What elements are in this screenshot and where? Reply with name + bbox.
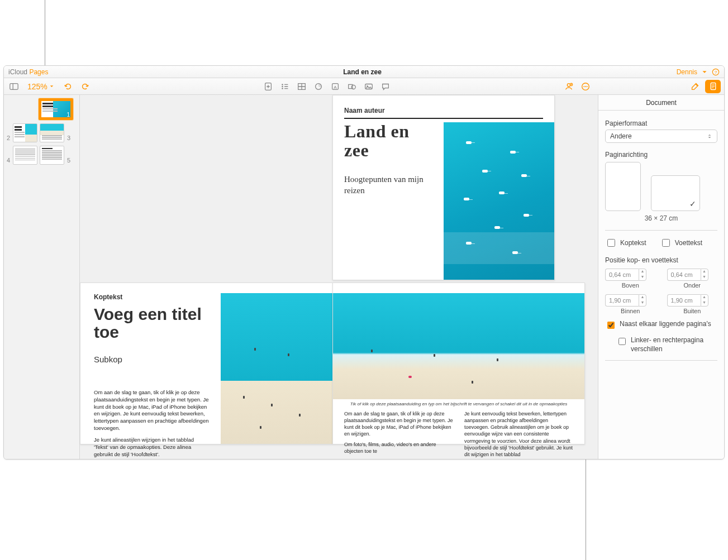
hf-top-caption: Boven xyxy=(605,282,656,289)
page-title[interactable]: Voeg een titel toe xyxy=(94,305,217,341)
orientation-dimensions: 36 × 27 cm xyxy=(605,214,717,222)
brand-icloud: iCloud xyxy=(8,68,27,76)
insert-media-button[interactable] xyxy=(362,80,375,93)
footer-checkbox-input[interactable] xyxy=(662,239,670,247)
redo-button[interactable] xyxy=(78,80,92,93)
body-columns[interactable]: Om aan de slag te gaan, tik of klik je o… xyxy=(344,410,573,458)
orientation-landscape[interactable]: ✓ xyxy=(651,175,700,211)
toolbar: 125% A xyxy=(4,78,724,95)
hf-bottom-stepper[interactable]: ▲▼ xyxy=(667,269,718,281)
inspector-tab-document[interactable]: Document xyxy=(598,95,724,111)
thumbnail-page-4[interactable] xyxy=(13,146,37,165)
document-title: Land en zee xyxy=(48,66,676,78)
facing-pages-checkbox[interactable]: Naast elkaar liggende pagina's xyxy=(605,320,717,331)
chevron-down-icon xyxy=(701,68,708,76)
thumbnail-number: 3 xyxy=(66,135,71,142)
svg-text:?: ? xyxy=(715,69,717,74)
header-checkbox[interactable]: Koptekst xyxy=(605,237,646,248)
help-icon[interactable]: ? xyxy=(712,68,720,76)
thumbnail-number: 2 xyxy=(6,135,11,142)
thumbnail-page-5[interactable] xyxy=(40,146,64,165)
hero-image[interactable] xyxy=(444,122,554,280)
svg-point-28 xyxy=(583,86,584,87)
svg-point-9 xyxy=(282,88,283,89)
spread-2-3: Koptekst Voeg een titel toe Subkop Om aa… xyxy=(80,283,598,444)
main-area: 1 2 3 4 xyxy=(4,95,724,459)
image-caption[interactable]: Tik of klik op deze plaatsaanduiding en … xyxy=(344,401,573,406)
zoom-select[interactable]: 125% xyxy=(24,80,58,93)
svg-point-29 xyxy=(585,86,586,87)
check-icon: ✓ xyxy=(689,199,696,208)
hf-outside-stepper[interactable]: ▲▼ xyxy=(667,294,718,307)
insert-comment-button[interactable] xyxy=(379,80,392,93)
svg-point-20 xyxy=(351,85,355,89)
image-placeholder[interactable] xyxy=(221,293,332,444)
thumbnail-number: 1 xyxy=(66,112,70,118)
insert-list-button[interactable] xyxy=(278,80,292,93)
page-2[interactable]: Koptekst Voeg een titel toe Subkop Om aa… xyxy=(80,283,332,444)
svg-point-8 xyxy=(282,85,283,87)
divider xyxy=(344,118,543,119)
callout-line-top xyxy=(45,0,45,65)
hf-top-stepper[interactable]: ▲▼ xyxy=(605,269,656,281)
hf-top-input[interactable] xyxy=(605,269,639,281)
chevron-down-icon xyxy=(49,83,55,89)
hf-position-label: Positie kop- en voettekst xyxy=(605,256,717,264)
orientation-portrait[interactable] xyxy=(605,162,641,211)
thumbnail-page-2[interactable] xyxy=(13,123,37,142)
svg-text:A: A xyxy=(334,84,337,89)
brand-pages[interactable]: Pages xyxy=(29,68,48,76)
insert-text-button[interactable]: A xyxy=(329,80,342,93)
more-button[interactable] xyxy=(579,80,592,93)
svg-point-30 xyxy=(587,86,588,87)
hf-inside-stepper[interactable]: ▲▼ xyxy=(605,294,656,307)
svg-point-7 xyxy=(282,84,283,85)
insert-chart-button[interactable] xyxy=(312,80,325,93)
inspector-panel: Document Papierformaat Andere Paginarich… xyxy=(598,95,724,459)
diff-left-right-input[interactable] xyxy=(618,338,626,345)
thumbnail-page-3[interactable] xyxy=(40,123,64,142)
insert-table-button[interactable] xyxy=(295,80,308,93)
page-3[interactable]: Tik of klik op deze plaatsaanduiding en … xyxy=(332,283,585,444)
hf-outside-caption: Buiten xyxy=(667,308,718,314)
chevron-up-down-icon xyxy=(707,133,712,139)
app-window: iCloud Pages Land en zee Dennis ? 125% xyxy=(3,65,725,460)
paper-size-label: Papierformaat xyxy=(605,119,717,127)
user-menu[interactable]: Dennis ? xyxy=(677,66,724,78)
hf-inside-caption: Binnen xyxy=(605,308,656,314)
paper-size-select[interactable]: Andere xyxy=(605,130,717,143)
titlebar: iCloud Pages Land en zee Dennis ? xyxy=(4,66,724,78)
user-name: Dennis xyxy=(677,66,697,78)
orientation-label: Paginarichting xyxy=(605,151,717,159)
hf-inside-input[interactable] xyxy=(605,294,639,307)
page-1[interactable]: Naam auteur Land en zee Hoogtepunten van… xyxy=(332,95,555,280)
undo-button[interactable] xyxy=(61,80,75,93)
document-canvas[interactable]: Naam auteur Land en zee Hoogtepunten van… xyxy=(80,95,598,459)
footer-checkbox[interactable]: Voettekst xyxy=(660,237,702,248)
page-subtitle[interactable]: Hoogtepunten van mijn reizen xyxy=(344,174,428,197)
insert-shape-button[interactable] xyxy=(345,80,359,93)
insert-group: A xyxy=(261,80,392,93)
header-checkbox-input[interactable] xyxy=(607,239,615,247)
hf-bottom-caption: Onder xyxy=(667,282,718,289)
author-name[interactable]: Naam auteur xyxy=(344,107,385,114)
body-text[interactable]: Om aan de slag te gaan, tik of klik je o… xyxy=(94,389,209,458)
format-button[interactable] xyxy=(688,80,702,93)
view-toggle-button[interactable] xyxy=(7,80,21,93)
thumbnail-panel[interactable]: 1 2 3 4 xyxy=(4,95,80,459)
facing-pages-input[interactable] xyxy=(607,322,615,329)
svg-rect-2 xyxy=(10,83,18,89)
diff-left-right-checkbox[interactable]: Linker- en rechterpagina verschillen xyxy=(605,336,717,353)
hf-bottom-input[interactable] xyxy=(667,269,701,281)
document-inspector-button[interactable] xyxy=(705,80,721,93)
page-title[interactable]: Land en zee xyxy=(344,122,409,160)
image-placeholder[interactable] xyxy=(333,293,584,399)
collaborate-button[interactable] xyxy=(562,80,575,93)
thumbnail-page-1[interactable]: 1 xyxy=(39,98,73,120)
header-label[interactable]: Koptekst xyxy=(94,293,122,301)
hf-outside-input[interactable] xyxy=(667,294,701,307)
add-page-button[interactable] xyxy=(261,80,275,93)
brand: iCloud Pages xyxy=(4,66,48,78)
page-subtitle[interactable]: Subkop xyxy=(94,355,122,364)
thumbnail-number: 5 xyxy=(66,157,71,165)
